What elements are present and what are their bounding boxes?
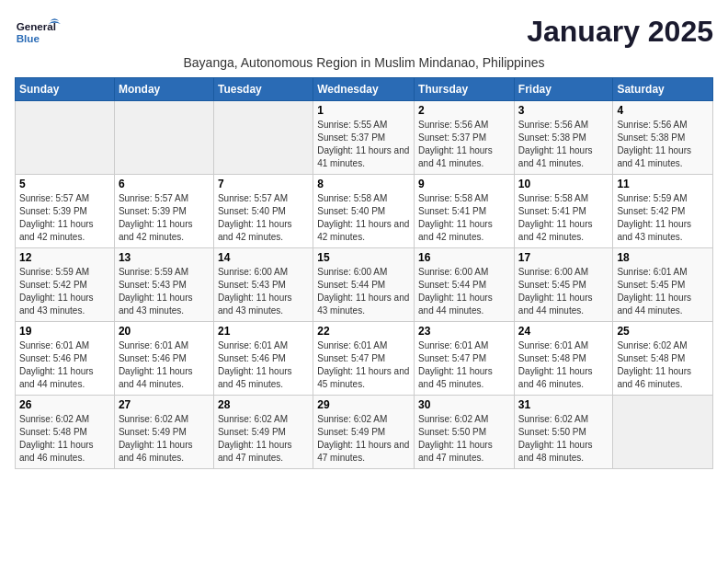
- calendar-cell: [16, 101, 115, 175]
- day-number: 2: [418, 104, 510, 117]
- calendar-cell: 21Sunrise: 6:01 AMSunset: 5:46 PMDayligh…: [213, 322, 313, 396]
- calendar-cell: 18Sunrise: 6:01 AMSunset: 5:45 PMDayligh…: [613, 248, 713, 322]
- day-info: Sunrise: 6:02 AMSunset: 5:49 PMDaylight:…: [119, 413, 210, 465]
- calendar-cell: 31Sunrise: 6:02 AMSunset: 5:50 PMDayligh…: [514, 396, 613, 469]
- weekday-header-thursday: Thursday: [415, 78, 515, 101]
- day-info: Sunrise: 5:58 AMSunset: 5:41 PMDaylight:…: [518, 192, 609, 244]
- day-number: 4: [617, 104, 709, 117]
- calendar-cell: 22Sunrise: 6:01 AMSunset: 5:47 PMDayligh…: [313, 322, 415, 396]
- day-number: 19: [19, 325, 110, 338]
- weekday-header-tuesday: Tuesday: [213, 78, 313, 101]
- svg-text:Blue: Blue: [17, 32, 40, 44]
- day-number: 29: [317, 398, 410, 411]
- day-number: 20: [119, 325, 210, 338]
- calendar-cell: [613, 396, 713, 469]
- calendar-cell: 30Sunrise: 6:02 AMSunset: 5:50 PMDayligh…: [415, 396, 515, 469]
- day-info: Sunrise: 5:59 AMSunset: 5:43 PMDaylight:…: [119, 266, 210, 317]
- day-info: Sunrise: 5:57 AMSunset: 5:40 PMDaylight:…: [218, 192, 309, 244]
- day-number: 28: [218, 398, 309, 411]
- day-info: Sunrise: 5:59 AMSunset: 5:42 PMDaylight:…: [617, 192, 709, 244]
- day-number: 31: [518, 398, 609, 411]
- day-info: Sunrise: 5:58 AMSunset: 5:41 PMDaylight:…: [418, 192, 510, 244]
- day-info: Sunrise: 5:56 AMSunset: 5:37 PMDaylight:…: [418, 119, 510, 170]
- calendar-cell: [213, 101, 313, 175]
- day-info: Sunrise: 6:02 AMSunset: 5:50 PMDaylight:…: [518, 413, 609, 465]
- day-info: Sunrise: 6:02 AMSunset: 5:49 PMDaylight:…: [218, 413, 309, 465]
- day-info: Sunrise: 6:00 AMSunset: 5:44 PMDaylight:…: [317, 266, 410, 317]
- calendar-cell: 4Sunrise: 5:56 AMSunset: 5:38 PMDaylight…: [613, 101, 713, 175]
- weekday-header-monday: Monday: [114, 78, 213, 101]
- day-info: Sunrise: 6:02 AMSunset: 5:50 PMDaylight:…: [418, 413, 510, 465]
- day-number: 27: [119, 398, 210, 411]
- calendar-cell: 29Sunrise: 6:02 AMSunset: 5:49 PMDayligh…: [313, 396, 415, 469]
- day-number: 10: [518, 178, 609, 190]
- calendar-table: SundayMondayTuesdayWednesdayThursdayFrid…: [15, 77, 713, 469]
- day-info: Sunrise: 6:02 AMSunset: 5:48 PMDaylight:…: [19, 413, 110, 465]
- day-info: Sunrise: 5:57 AMSunset: 5:39 PMDaylight:…: [119, 192, 210, 244]
- weekday-header-friday: Friday: [514, 78, 613, 101]
- day-info: Sunrise: 6:02 AMSunset: 5:49 PMDaylight:…: [317, 413, 410, 465]
- day-number: 7: [218, 178, 309, 190]
- day-info: Sunrise: 6:00 AMSunset: 5:45 PMDaylight:…: [518, 266, 609, 317]
- calendar-cell: 15Sunrise: 6:00 AMSunset: 5:44 PMDayligh…: [313, 248, 415, 322]
- calendar-cell: 11Sunrise: 5:59 AMSunset: 5:42 PMDayligh…: [613, 175, 713, 248]
- calendar-week-2: 5Sunrise: 5:57 AMSunset: 5:39 PMDaylight…: [16, 175, 713, 248]
- calendar-cell: [114, 101, 213, 175]
- day-info: Sunrise: 6:01 AMSunset: 5:46 PMDaylight:…: [119, 339, 210, 391]
- weekday-header-sunday: Sunday: [16, 78, 115, 101]
- day-number: 14: [218, 251, 309, 264]
- day-number: 6: [119, 178, 210, 190]
- calendar-week-5: 26Sunrise: 6:02 AMSunset: 5:48 PMDayligh…: [16, 396, 713, 469]
- weekday-header-saturday: Saturday: [613, 78, 713, 101]
- day-number: 5: [19, 178, 110, 190]
- calendar-cell: 25Sunrise: 6:02 AMSunset: 5:48 PMDayligh…: [613, 322, 713, 396]
- calendar-cell: 14Sunrise: 6:00 AMSunset: 5:43 PMDayligh…: [213, 248, 313, 322]
- day-info: Sunrise: 6:01 AMSunset: 5:48 PMDaylight:…: [518, 339, 609, 391]
- day-number: 3: [518, 104, 609, 117]
- day-number: 22: [317, 325, 410, 338]
- day-info: Sunrise: 6:01 AMSunset: 5:45 PMDaylight:…: [617, 266, 709, 317]
- day-number: 13: [119, 251, 210, 264]
- day-number: 11: [617, 178, 709, 190]
- logo: General Blue: [15, 15, 61, 52]
- calendar-cell: 16Sunrise: 6:00 AMSunset: 5:44 PMDayligh…: [415, 248, 515, 322]
- calendar-cell: 12Sunrise: 5:59 AMSunset: 5:42 PMDayligh…: [16, 248, 115, 322]
- day-info: Sunrise: 6:00 AMSunset: 5:43 PMDaylight:…: [218, 266, 309, 317]
- day-number: 12: [19, 251, 110, 264]
- calendar-cell: 20Sunrise: 6:01 AMSunset: 5:46 PMDayligh…: [114, 322, 213, 396]
- month-title: January 2025: [527, 15, 713, 49]
- calendar-cell: 9Sunrise: 5:58 AMSunset: 5:41 PMDaylight…: [415, 175, 515, 248]
- calendar-cell: 23Sunrise: 6:01 AMSunset: 5:47 PMDayligh…: [415, 322, 515, 396]
- day-info: Sunrise: 6:00 AMSunset: 5:44 PMDaylight:…: [418, 266, 510, 317]
- calendar-week-3: 12Sunrise: 5:59 AMSunset: 5:42 PMDayligh…: [16, 248, 713, 322]
- day-number: 21: [218, 325, 309, 338]
- calendar-cell: 6Sunrise: 5:57 AMSunset: 5:39 PMDaylight…: [114, 175, 213, 248]
- day-number: 15: [317, 251, 410, 264]
- day-info: Sunrise: 5:58 AMSunset: 5:40 PMDaylight:…: [317, 192, 410, 244]
- calendar-week-1: 1Sunrise: 5:55 AMSunset: 5:37 PMDaylight…: [16, 101, 713, 175]
- calendar-cell: 3Sunrise: 5:56 AMSunset: 5:38 PMDaylight…: [514, 101, 613, 175]
- calendar-cell: 28Sunrise: 6:02 AMSunset: 5:49 PMDayligh…: [213, 396, 313, 469]
- calendar-cell: 10Sunrise: 5:58 AMSunset: 5:41 PMDayligh…: [514, 175, 613, 248]
- calendar-cell: 1Sunrise: 5:55 AMSunset: 5:37 PMDaylight…: [313, 101, 415, 175]
- calendar-cell: 8Sunrise: 5:58 AMSunset: 5:40 PMDaylight…: [313, 175, 415, 248]
- day-number: 16: [418, 251, 510, 264]
- day-number: 30: [418, 398, 510, 411]
- day-number: 23: [418, 325, 510, 338]
- day-number: 18: [617, 251, 709, 264]
- subtitle: Bayanga, Autonomous Region in Muslim Min…: [15, 55, 713, 70]
- day-number: 26: [19, 398, 110, 411]
- calendar-cell: 7Sunrise: 5:57 AMSunset: 5:40 PMDaylight…: [213, 175, 313, 248]
- day-number: 24: [518, 325, 609, 338]
- calendar-cell: 5Sunrise: 5:57 AMSunset: 5:39 PMDaylight…: [16, 175, 115, 248]
- calendar-week-4: 19Sunrise: 6:01 AMSunset: 5:46 PMDayligh…: [16, 322, 713, 396]
- day-number: 25: [617, 325, 709, 338]
- day-number: 9: [418, 178, 510, 190]
- day-info: Sunrise: 5:56 AMSunset: 5:38 PMDaylight:…: [617, 119, 709, 170]
- calendar-cell: 13Sunrise: 5:59 AMSunset: 5:43 PMDayligh…: [114, 248, 213, 322]
- day-info: Sunrise: 6:01 AMSunset: 5:47 PMDaylight:…: [317, 339, 410, 391]
- weekday-header-wednesday: Wednesday: [313, 78, 415, 101]
- day-info: Sunrise: 6:01 AMSunset: 5:46 PMDaylight:…: [19, 339, 110, 391]
- calendar-cell: 17Sunrise: 6:00 AMSunset: 5:45 PMDayligh…: [514, 248, 613, 322]
- day-info: Sunrise: 6:01 AMSunset: 5:46 PMDaylight:…: [218, 339, 309, 391]
